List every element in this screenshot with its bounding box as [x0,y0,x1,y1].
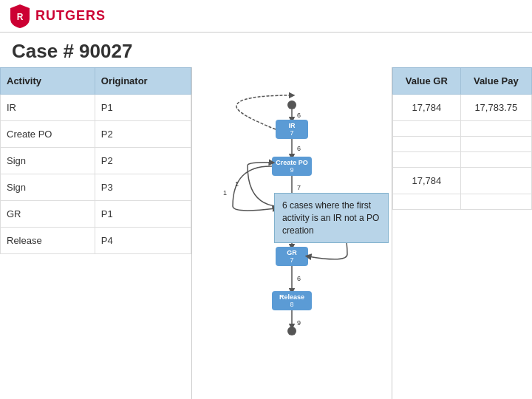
svg-text:GR: GR [287,249,297,256]
table-row: Create POP2 [1,121,191,148]
value-pay-cell [460,194,531,210]
logo: R RUTGERS [9,4,106,29]
rutgers-logo-icon: R [9,4,31,29]
table-row: GRP1 [1,201,191,228]
right-table-row: 17,784 [393,168,532,194]
table-row: IRP1 [1,95,191,121]
svg-rect-9 [272,157,312,176]
right-table-row [393,152,532,168]
svg-point-28 [287,327,296,335]
table-row: SignP2 [1,148,191,174]
value-pay-cell [460,152,531,168]
activity-cell: GR [1,201,95,228]
originator-cell: P2 [95,121,191,148]
col-value-pay: Value Pay [460,68,531,95]
activity-cell: Sign [1,174,95,201]
activity-table: Activity Originator IRP1Create POP2SignP… [0,67,192,399]
svg-text:6: 6 [297,145,301,152]
svg-text:7: 7 [290,256,293,264]
value-gr-cell [393,121,461,137]
value-pay-cell [460,137,531,152]
value-pay-cell [460,168,531,194]
value-pay-cell [460,121,531,137]
originator-cell: P1 [95,95,191,121]
svg-text:9: 9 [297,319,301,327]
value-gr-cell: 17,784 [393,95,461,121]
originator-cell: P3 [95,174,191,201]
svg-text:6: 6 [297,112,301,119]
table-row: ReleaseP4 [1,228,191,254]
table-row: SignP3 [1,174,191,201]
value-pay-cell: 17,783.75 [460,95,531,121]
page-title: Case # 90027 [0,33,532,67]
svg-text:IR: IR [289,122,296,129]
svg-rect-4 [276,120,308,139]
logo-text: RUTGERS [35,8,106,24]
col-activity: Activity [1,68,95,95]
svg-text:9: 9 [290,166,293,174]
activity-cell: Sign [1,148,95,174]
right-table-row: 17,78417,783.75 [393,95,532,121]
value-gr-cell [393,137,461,152]
svg-text:7: 7 [290,129,293,137]
col-value-gr: Value GR [393,68,461,95]
svg-text:8: 8 [290,301,293,308]
app-header: R RUTGERS [0,0,532,33]
value-gr-cell [393,152,461,168]
callout-box: 6 cases where the first activity is an I… [274,193,389,243]
originator-cell: P1 [95,201,191,228]
col-originator: Originator [95,68,191,95]
svg-text:R: R [17,12,24,22]
activity-cell: IR [1,95,95,121]
activity-cell: Release [1,228,95,254]
svg-text:7: 7 [297,184,301,191]
svg-text:Release: Release [279,293,304,301]
right-table-row [393,137,532,152]
svg-text:6: 6 [297,275,301,282]
svg-point-1 [287,100,296,109]
svg-text:1: 1 [235,180,239,188]
svg-rect-24 [272,291,312,310]
svg-text:1: 1 [223,189,227,197]
process-diagram: 6 IR 7 6 Create PO 9 7 Sign 21 7 GR [192,67,392,399]
svg-text:Create PO: Create PO [276,159,308,166]
value-gr-cell: 17,784 [393,168,461,194]
main-content: Activity Originator IRP1Create POP2SignP… [0,67,532,399]
right-table-row [393,194,532,210]
originator-cell: P2 [95,148,191,174]
value-table: Value GR Value Pay 17,78417,783.7517,784 [392,67,532,399]
activity-cell: Create PO [1,121,95,148]
right-table-row [393,121,532,137]
callout-text: 6 cases where the first activity is an I… [282,200,379,236]
originator-cell: P4 [95,228,191,254]
svg-rect-19 [276,247,308,266]
value-gr-cell [393,194,461,210]
